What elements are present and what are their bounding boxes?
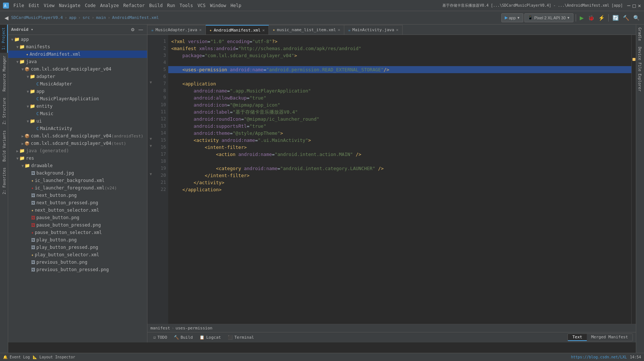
build-button[interactable]: 🔨: [621, 13, 631, 22]
status-layout-inspector[interactable]: 📐 Layout Inspector: [33, 355, 75, 359]
resource-manager-tab[interactable]: Resource Manager: [0, 53, 8, 94]
project-tab[interactable]: 1: Project: [0, 25, 8, 53]
menu-navigate[interactable]: Navigate: [57, 2, 83, 9]
tree-item-androidmanifest[interactable]: ✦ AndroidManifest.xml: [8, 51, 147, 58]
tab-mainactivity[interactable]: ☕ MainActivity.java ✕: [344, 25, 403, 35]
breadcrumb-src[interactable]: src: [82, 15, 90, 20]
maximize-button[interactable]: □: [632, 3, 635, 9]
menu-tools[interactable]: Tools: [178, 2, 195, 9]
sync-project-button[interactable]: ⚙: [130, 27, 136, 33]
breadcrumb-uses-permission[interactable]: uses-permission: [176, 326, 212, 331]
toolbar: ◀ SDCardMusicPlayerV0.4 › app › src › ma…: [0, 11, 644, 25]
tree-item-app[interactable]: ▼ 📁 app: [8, 36, 147, 43]
device-dropdown[interactable]: 📱 Pixel 2 XL API 30 ▼: [524, 13, 573, 22]
tab-music-name-list[interactable]: ✦ music_name_list_item.xml ✕: [269, 25, 344, 35]
breadcrumb-manifest[interactable]: AndroidManifest.xml: [112, 15, 159, 20]
status-event-log[interactable]: 🔔 Event Log: [3, 355, 30, 359]
tree-item-manifests[interactable]: ▼ 📁 manifests: [8, 43, 147, 51]
close-button[interactable]: ✕: [638, 3, 641, 9]
code-area[interactable]: <?xml version="1.0" encoding="utf-8"?> <…: [168, 35, 631, 324]
menu-help[interactable]: Help: [228, 2, 244, 9]
back-button[interactable]: ◀: [3, 13, 10, 22]
tree-item-pause-button[interactable]: 🖼 pause_button.png: [8, 214, 147, 221]
breadcrumb-arrow: ›: [172, 326, 174, 331]
tree-item-package-main[interactable]: ▼ 📦 com.lxl.sdcard_musicplayer_v04: [8, 65, 147, 73]
run-config-dropdown[interactable]: ▶ app ▼: [501, 13, 523, 22]
menu-window[interactable]: Window: [208, 2, 228, 9]
terminal-tab[interactable]: ⬛ Terminal: [225, 334, 257, 341]
tab-androidmanifest[interactable]: ✦ AndroidManifest.xml ✕: [206, 25, 269, 35]
project-tree: ▼ 📁 app ▼ 📁 manifests ✦ AndroidManifest.…: [8, 35, 147, 342]
tree-item-pause-button-selector[interactable]: ✦ pause_button_selector.xml: [8, 229, 147, 236]
tab-close-list[interactable]: ✕: [338, 27, 341, 32]
tree-item-musicplayer-app[interactable]: C MusicPlayerApplication: [8, 95, 147, 103]
tree-item-ic-launcher-fg[interactable]: ✦ ic_launcher_foreground.xml (v24): [8, 184, 147, 192]
editor-area: ☕ MusicAdapter.java ✕ ✦ AndroidManifest.…: [147, 25, 636, 342]
device-file-explorer-tab[interactable]: Device File Explorer: [636, 44, 644, 94]
search-button[interactable]: 🔍: [632, 13, 641, 22]
tab-close-mainactivity[interactable]: ✕: [396, 27, 399, 32]
run-button[interactable]: ▶: [578, 13, 585, 22]
tree-item-play-button-selector[interactable]: ✦ play_button_selector.xml: [8, 251, 147, 258]
menu-vcs[interactable]: VCS: [195, 2, 208, 9]
breadcrumb-main[interactable]: main: [96, 15, 106, 20]
debug-button[interactable]: 🐞: [586, 13, 596, 22]
tree-item-next-button-pressed[interactable]: 🖼 next_button_pressed.png: [8, 199, 147, 206]
menu-view[interactable]: View: [42, 2, 57, 9]
code-line-11: android:label="基于存储卡音乐播放器V0.4": [171, 108, 631, 116]
tree-item-ui-folder[interactable]: ▼ 📁 ui: [8, 117, 147, 125]
tree-item-next-button-selector[interactable]: ✦ next_button_selector.xml: [8, 206, 147, 214]
menu-code[interactable]: Code: [83, 2, 98, 9]
tree-item-res[interactable]: ▼ 📁 res: [8, 155, 147, 162]
tab-close-androidmanifest[interactable]: ✕: [262, 28, 265, 33]
tree-item-package-test[interactable]: ▶ 📦 com.lxl.sdcard_musicplayer_v04 (test…: [8, 140, 147, 147]
tree-item-adapter-folder[interactable]: ▼ 📁 adapter: [8, 73, 147, 80]
build-tab[interactable]: 🔨 Build: [171, 334, 196, 341]
logcat-tab[interactable]: 📋 Logcat: [196, 334, 224, 341]
tree-item-java-generated[interactable]: ▶ 📁 java (generated): [8, 147, 147, 155]
status-link[interactable]: https://blog.csdn.net/LXL: [571, 355, 627, 359]
merged-manifest-tab[interactable]: Merged Manifest: [587, 334, 632, 341]
breadcrumb-manifest-item[interactable]: manifest: [150, 326, 170, 331]
tree-item-mainactivity[interactable]: C MainActivity: [8, 125, 147, 132]
tree-item-music[interactable]: C Music: [8, 110, 147, 117]
menu-build[interactable]: Build: [147, 2, 165, 9]
menu-analyze[interactable]: Analyze: [98, 2, 121, 9]
run-with-coverage[interactable]: ⚡: [597, 13, 606, 22]
tree-item-entity-folder[interactable]: ▼ 📁 entity: [8, 103, 147, 110]
sync-button[interactable]: 🔄: [611, 13, 620, 22]
menu-file[interactable]: File: [11, 2, 26, 9]
code-line-9: android:allowBackup="true": [171, 94, 631, 101]
editor-content[interactable]: ▼ ▼ ▼ ▼ 12345 678910 1112131415 16171819…: [147, 35, 636, 324]
tree-item-previous-button-pressed[interactable]: 🖼 previous_button_pressed.png: [8, 266, 147, 273]
minimize-button[interactable]: ─: [627, 3, 630, 9]
todo-tab[interactable]: ☑ TODO: [150, 334, 170, 341]
tree-item-previous-button[interactable]: 🖼 previous_button.png: [8, 258, 147, 266]
tree-item-play-button[interactable]: 🖼 play_button.png: [8, 236, 147, 244]
tab-close-musicadapter[interactable]: ✕: [199, 27, 202, 32]
menu-edit[interactable]: Edit: [26, 2, 42, 9]
gradle-tab[interactable]: Gradle: [636, 25, 644, 44]
favorites-tab[interactable]: 2: Favorites: [0, 165, 8, 197]
tree-item-musicadapter[interactable]: C MusicAdapter: [8, 80, 147, 88]
tree-item-drawable[interactable]: ▼ 📁 drawable: [8, 162, 147, 169]
collapse-all-button[interactable]: —: [137, 27, 144, 33]
build-variants-tab[interactable]: Build Variants: [0, 127, 8, 165]
menu-run[interactable]: Run: [165, 2, 178, 9]
project-panel: Android ▾ ⚙ — ▼ 📁 app ▼ 📁 manifests ✦: [8, 25, 147, 342]
tree-item-package-androidtest[interactable]: ▶ 📦 com.lxl.sdcard_musicplayer_v04 (andr…: [8, 132, 147, 140]
tree-item-app-folder[interactable]: ▼ 📁 app: [8, 88, 147, 95]
text-view-tab[interactable]: Text: [568, 334, 587, 341]
breadcrumb-project[interactable]: SDCardMusicPlayerV0.4: [11, 15, 63, 20]
tree-item-pause-button-pressed[interactable]: 🖼 pause_button_pressed.png: [8, 221, 147, 229]
menu-refactor[interactable]: Refactor: [121, 2, 147, 9]
tree-item-java[interactable]: ▼ 📁 java: [8, 58, 147, 65]
tree-item-next-button[interactable]: 🖼 next_button.png: [8, 192, 147, 199]
tab-musicadapter[interactable]: ☕ MusicAdapter.java ✕: [147, 25, 206, 35]
tree-item-ic-launcher-bg[interactable]: ✦ ic_launcher_background.xml: [8, 177, 147, 184]
structure-tab[interactable]: Z: Structure: [0, 95, 8, 127]
tree-item-background[interactable]: 🖼 background.jpg: [8, 169, 147, 177]
tree-item-play-button-pressed[interactable]: 🖼 play_button_pressed.png: [8, 244, 147, 251]
breadcrumb-app[interactable]: app: [69, 15, 77, 20]
menu-bar[interactable]: File Edit View Navigate Code Analyze Ref…: [11, 2, 244, 9]
